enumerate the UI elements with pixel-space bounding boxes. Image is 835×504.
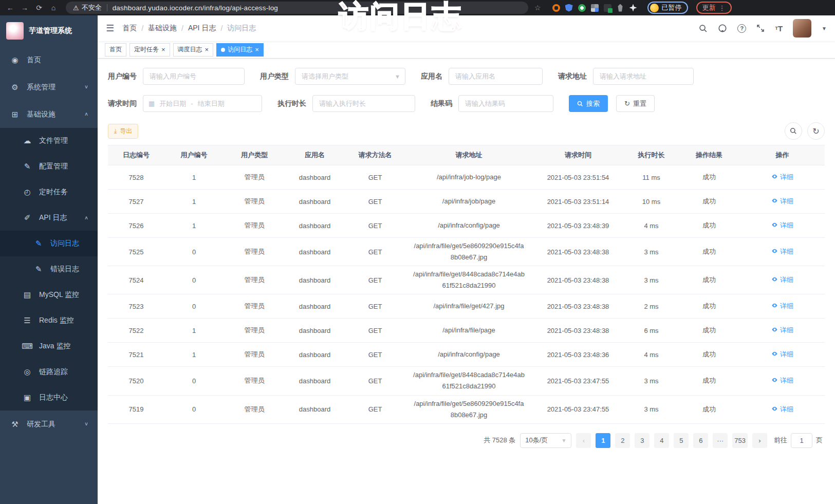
cell-request-time: 2021-05-03 23:51:14 — [532, 198, 624, 206]
export-button[interactable]: ⤓ 导出 — [108, 124, 138, 139]
url-text[interactable]: dashboard.yudao.iocoder.cn/infra/log/api… — [113, 4, 278, 12]
hamburger-icon[interactable]: ☰ — [106, 23, 114, 34]
browser-menu-icon[interactable]: ⋮ — [719, 4, 726, 12]
detail-link[interactable]: 详细 — [771, 173, 793, 182]
detail-link[interactable]: 详细 — [771, 405, 793, 414]
docs-help-icon[interactable]: ? — [737, 24, 746, 33]
cell-app-name: dashboard — [285, 377, 344, 385]
sidebar-item-error-log[interactable]: ✎错误日志 — [0, 256, 98, 282]
extension-icon-7[interactable] — [629, 4, 637, 12]
detail-link[interactable]: 详细 — [771, 302, 793, 311]
close-icon[interactable]: × — [161, 46, 165, 53]
font-size-icon[interactable]: TT — [775, 24, 783, 33]
breadcrumb-item[interactable]: 首页 — [122, 24, 137, 33]
breadcrumb-item[interactable]: 基础设施 — [148, 24, 177, 33]
sidebar-item-java-monitor[interactable]: ⌨Java 监控 — [0, 333, 98, 359]
page-button-5[interactable]: 5 — [674, 433, 689, 448]
warning-icon: ⚠ — [73, 4, 79, 12]
duration-input[interactable] — [312, 95, 415, 112]
tab-调度日志[interactable]: 调度日志× — [173, 43, 214, 57]
request-time-label: 请求时间 — [108, 99, 137, 108]
detail-link[interactable]: 详细 — [771, 197, 793, 206]
browser-update-button[interactable]: 更新 ⋮ — [696, 2, 732, 14]
refresh-table-button[interactable]: ↻ — [807, 122, 825, 140]
browser-reload-icon[interactable]: ⟳ — [34, 4, 44, 12]
detail-link[interactable]: 详细 — [771, 221, 793, 230]
detail-link[interactable]: 详细 — [771, 376, 793, 385]
bookmark-star-icon[interactable]: ☆ — [534, 4, 541, 12]
browser-forward-icon[interactable]: → — [20, 4, 30, 12]
chevron-up-icon: ∧ — [84, 215, 88, 220]
pagination: 共 7528 条 10条/页 ▼ ‹ 123456···753 › 前往 页 — [110, 433, 823, 448]
extension-icon-4[interactable] — [591, 4, 599, 12]
next-page-button[interactable]: › — [752, 433, 767, 448]
github-icon[interactable] — [718, 24, 727, 33]
table-row: 75190管理员dashboardGET/api/infra/file/get/… — [108, 396, 825, 424]
cell-app-name: dashboard — [285, 248, 344, 256]
chevron-down-icon[interactable]: ▼ — [822, 26, 827, 31]
cell-request-method: GET — [344, 276, 406, 284]
detail-link[interactable]: 详细 — [771, 275, 793, 285]
extension-icon-5[interactable] — [604, 4, 611, 12]
sidebar-item-api-log[interactable]: ✐API 日志∧ — [0, 205, 98, 231]
sidebar-item-label: Redis 监控 — [39, 316, 74, 325]
request-url-input[interactable] — [593, 68, 694, 85]
sidebar-item-file-management[interactable]: ☁文件管理 — [0, 128, 98, 154]
browser-back-icon[interactable]: ← — [5, 4, 15, 12]
user-id-input[interactable] — [143, 68, 245, 85]
tab-定时任务[interactable]: 定时任务× — [129, 43, 170, 57]
sidebar-item-access-log[interactable]: ✎访问日志 — [0, 231, 98, 256]
extension-icon-2[interactable] — [565, 4, 573, 12]
cell-user-type: 管理员 — [224, 221, 285, 230]
close-icon[interactable]: × — [205, 46, 209, 53]
toggle-search-button[interactable] — [785, 122, 802, 140]
detail-link[interactable]: 详细 — [771, 326, 793, 335]
sidebar-item-infrastructure[interactable]: ⊞基础设施∧ — [0, 101, 98, 128]
profile-paused-badge[interactable]: 已暂停 — [647, 2, 688, 14]
page-button-753[interactable]: 753 — [732, 433, 748, 448]
page-button-3[interactable]: 3 — [635, 433, 650, 448]
page-size-select[interactable]: 10条/页 ▼ — [520, 433, 571, 448]
reset-button[interactable]: ↻ 重置 — [616, 95, 655, 112]
detail-link[interactable]: 详细 — [771, 247, 793, 256]
app-name-input[interactable] — [449, 68, 543, 85]
extension-icon-6[interactable] — [617, 4, 624, 12]
page-button-6[interactable]: 6 — [693, 433, 708, 448]
tab-访问日志[interactable]: 访问日志× — [216, 43, 264, 57]
search-icon[interactable] — [699, 24, 708, 33]
extension-icon-3[interactable] — [578, 4, 586, 12]
browser-home-icon[interactable]: ⌂ — [48, 4, 59, 12]
sidebar-item-scheduled-tasks[interactable]: ◴定时任务 — [0, 179, 98, 205]
sidebar-item-dev-tools[interactable]: ⚒研发工具∨ — [0, 410, 98, 438]
breadcrumb-item[interactable]: API 日志 — [188, 24, 216, 33]
sidebar-item-config-management[interactable]: ✎配置管理 — [0, 154, 98, 179]
sidebar-item-redis-monitor[interactable]: ☰Redis 监控 — [0, 308, 98, 333]
prev-page-button[interactable]: ‹ — [576, 433, 591, 448]
detail-link[interactable]: 详细 — [771, 350, 793, 359]
extension-icon-1[interactable] — [552, 4, 560, 12]
sidebar-item-home[interactable]: ◉首页 — [0, 46, 98, 73]
sidebar-item-log-center[interactable]: ▣日志中心 — [0, 385, 98, 410]
close-icon[interactable]: × — [255, 46, 259, 53]
search-button[interactable]: 搜索 — [569, 95, 608, 112]
cell-request-time: 2021-05-03 23:48:38 — [532, 276, 624, 284]
date-range-picker[interactable]: ▦ 开始日期 - 结束日期 — [143, 95, 262, 112]
sidebar-item-mysql-monitor[interactable]: ▤MySQL 监控 — [0, 282, 98, 308]
page-button-4[interactable]: 4 — [654, 433, 669, 448]
user-avatar[interactable] — [793, 19, 811, 38]
page-button-1[interactable]: 1 — [596, 433, 610, 448]
result-code-input[interactable] — [458, 95, 553, 112]
cell-result: 成功 — [678, 302, 740, 311]
sidebar-item-link-tracing[interactable]: ◎链路追踪 — [0, 359, 98, 385]
sidebar-item-label: 链路追踪 — [39, 367, 68, 377]
tab-label: 访问日志 — [228, 45, 252, 54]
page-jump-input[interactable] — [791, 433, 812, 448]
page-button-2[interactable]: 2 — [615, 433, 630, 448]
cell-app-name: dashboard — [285, 198, 344, 206]
user-type-select[interactable] — [295, 68, 405, 85]
fullscreen-icon[interactable] — [756, 24, 765, 32]
address-bar[interactable]: ⚠ 不安全 dashboard.yudao.iocoder.cn/infra/l… — [66, 2, 528, 14]
tab-首页[interactable]: 首页 — [105, 43, 126, 57]
sidebar-item-system-mgmt[interactable]: ⚙系统管理∨ — [0, 73, 98, 101]
sidebar-logo[interactable]: 芋道管理系统 — [0, 15, 98, 46]
